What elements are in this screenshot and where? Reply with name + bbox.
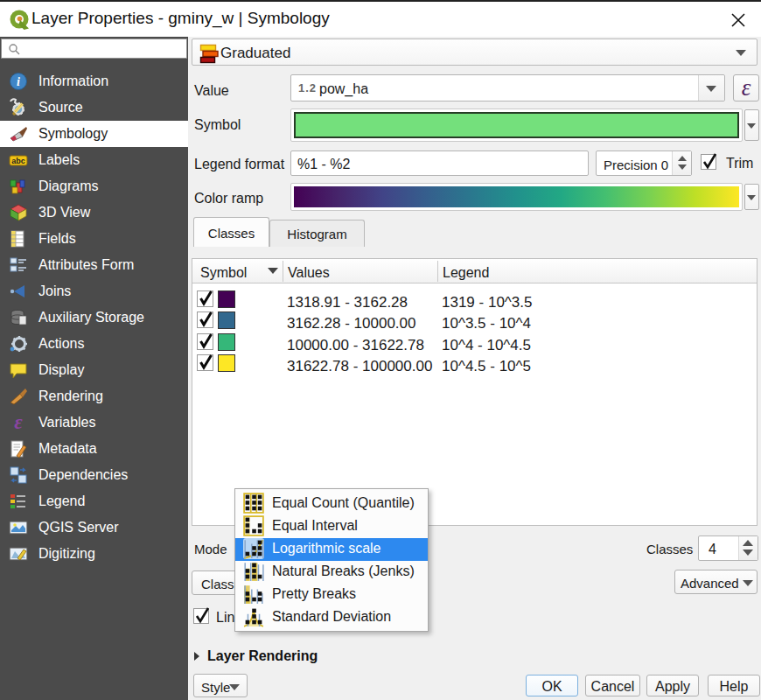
svg-text:abc: abc [11,157,25,165]
svg-text:ε: ε [14,413,23,432]
svg-text:i: i [17,75,20,88]
